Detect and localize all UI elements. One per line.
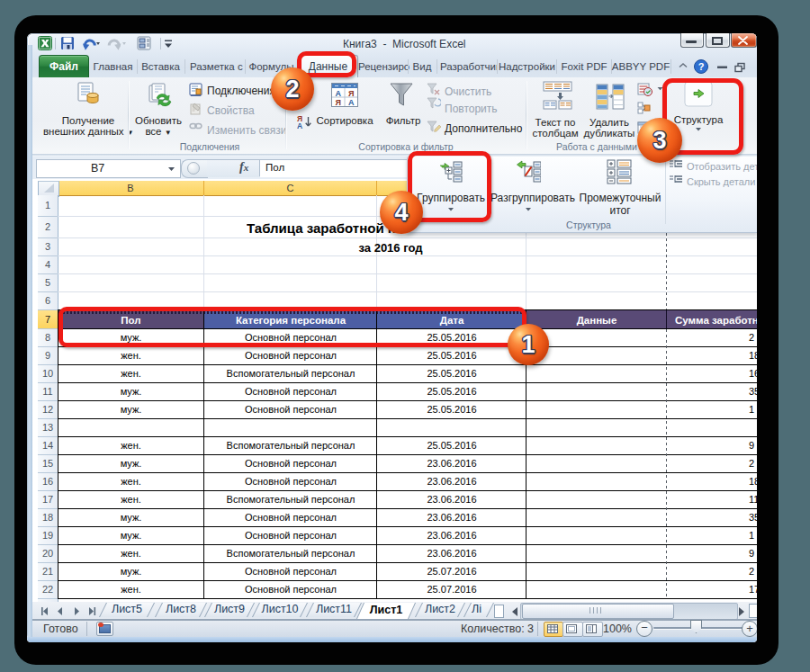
svg-text:Я: Я (336, 98, 341, 107)
svg-text:А: А (348, 98, 355, 107)
svg-text:А: А (336, 89, 342, 98)
svg-text:А: А (297, 121, 302, 130)
svg-text:?: ? (698, 61, 705, 72)
svg-text:Я: Я (348, 89, 354, 98)
